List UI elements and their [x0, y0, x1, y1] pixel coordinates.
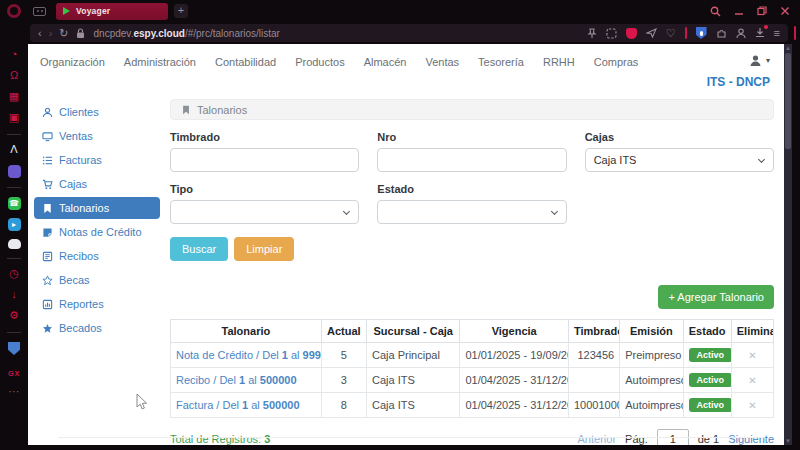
discord-icon[interactable]	[8, 239, 21, 249]
chevron-down-icon: ▾	[766, 56, 770, 65]
close-icon[interactable]	[780, 6, 790, 16]
agregar-talonario-button[interactable]: + Agregar Talonario	[658, 285, 774, 309]
reload-icon[interactable]: ↻	[59, 28, 68, 39]
sidebar-item-becas[interactable]: Becas	[34, 269, 160, 291]
star-outline-icon	[42, 275, 53, 286]
limpiar-button[interactable]: Limpiar	[234, 237, 294, 261]
nav-item-administracion[interactable]: Administración	[124, 56, 196, 89]
cajas-select[interactable]: Caja ITS	[585, 148, 774, 172]
nav-item-contabilidad[interactable]: Contabilidad	[215, 56, 276, 89]
sidebar-item-clientes[interactable]: Clientes	[34, 101, 160, 123]
nav-item-almacen[interactable]: Almacén	[364, 56, 407, 89]
col-timbrado: Timbrado	[568, 320, 619, 343]
menu-hamburger-icon[interactable]: ≡	[774, 28, 780, 39]
talonario-link[interactable]: Nota de Crédito / Del 1 al 999	[176, 349, 321, 361]
app-header: Organización Administración Contabilidad…	[28, 44, 784, 89]
settings-gear-icon[interactable]: ⚙	[9, 310, 19, 323]
downloads-tray-icon[interactable]: ↓	[11, 289, 17, 302]
maximize-icon[interactable]	[757, 6, 767, 16]
pin-icon[interactable]	[587, 28, 597, 39]
scrollbar-thumb[interactable]	[785, 53, 791, 149]
sidebar-item-becados[interactable]: Becados	[34, 317, 160, 339]
sidebar-item-notas-de-credito[interactable]: Notas de Crédito	[34, 221, 160, 243]
talonario-link[interactable]: Recibo / Del 1 al 500000	[176, 374, 297, 386]
telegram-icon[interactable]: ▸	[8, 218, 21, 231]
sidebar-item-ventas[interactable]: Ventas	[34, 125, 160, 147]
list-icon	[42, 155, 53, 166]
col-emision: Emisión	[620, 320, 683, 343]
gx-corner-icon[interactable]: ◔	[11, 49, 18, 62]
apps-grid-icon[interactable]: ▦	[9, 91, 19, 104]
anterior-link[interactable]: Anterior	[578, 433, 617, 445]
back-icon[interactable]: ‹	[38, 28, 42, 39]
nav-item-rrhh[interactable]: RRHH	[543, 56, 575, 89]
snapshot-icon[interactable]	[606, 28, 617, 39]
nav-item-organizacion[interactable]: Organización	[40, 56, 105, 89]
more-dots-icon[interactable]: ⋯	[9, 386, 20, 399]
sidebar-item-recibos[interactable]: Recibos	[34, 245, 160, 267]
cell-actual: 5	[321, 343, 366, 368]
history-clock-icon[interactable]: ◷	[9, 268, 19, 281]
nav-item-tesoreria[interactable]: Tesorería	[478, 56, 524, 89]
col-talonario: Talonario	[171, 320, 322, 343]
search-tabs-icon[interactable]	[710, 6, 721, 17]
address-bar[interactable]: ‹ › ↻ dncpdev.espy.cloud/#/prc/talonario…	[30, 24, 788, 42]
sidebar-item-reportes[interactable]: Reportes	[34, 293, 160, 315]
buscar-button[interactable]: Buscar	[170, 237, 228, 261]
cart-icon	[42, 179, 53, 190]
forward-icon[interactable]: ›	[49, 28, 53, 39]
favorites-heart-icon[interactable]: ♡	[666, 28, 676, 39]
cards-panel-icon[interactable]: ▣	[9, 112, 19, 125]
url-text[interactable]: dncpdev.espy.cloud/#/prc/talonarios/list…	[94, 28, 280, 39]
siguiente-link[interactable]: Siguiente	[728, 433, 774, 445]
gaming-app-icon[interactable]: Λ	[10, 144, 17, 157]
nav-item-compras[interactable]: Compras	[594, 56, 639, 89]
profile-icon[interactable]	[736, 28, 746, 39]
talonario-link[interactable]: Factura / Del 1 al 500000	[176, 399, 300, 411]
cell-sucursal: Caja Principal	[366, 343, 459, 368]
notifications-bell-icon[interactable]: Ω	[10, 70, 18, 83]
browser-tab-bar: Voyager +	[0, 0, 800, 22]
sidebar-item-label: Ventas	[59, 130, 93, 142]
opera-gx-menu-icon[interactable]	[7, 4, 21, 18]
estado-select[interactable]	[377, 200, 566, 224]
delete-icon[interactable]: ✕	[748, 400, 756, 411]
send-icon[interactable]	[646, 28, 657, 38]
sidebar-item-cajas[interactable]: Cajas	[34, 173, 160, 195]
cell-timbrado: 10001000	[568, 393, 619, 418]
timbrado-input[interactable]	[170, 148, 359, 172]
strip-divider	[7, 134, 21, 135]
scroll-down-icon[interactable]: ▼	[784, 437, 792, 445]
downloads-icon[interactable]	[755, 27, 765, 40]
new-tab-button[interactable]: +	[174, 4, 188, 18]
cell-emision: Autoimpreso	[620, 393, 683, 418]
tipo-select[interactable]	[170, 200, 359, 224]
chevron-down-icon	[343, 208, 350, 215]
scroll-up-icon[interactable]: ▲	[784, 44, 792, 52]
minimize-icon[interactable]	[734, 6, 744, 16]
sidebar-item-label: Facturas	[59, 154, 102, 166]
nav-item-productos[interactable]: Productos	[295, 56, 345, 89]
sidebar-item-talonarios[interactable]: Talonarios	[34, 197, 160, 219]
cell-timbrado	[568, 368, 619, 393]
messenger-app-icon[interactable]	[8, 165, 21, 178]
page-scrollbar[interactable]: ▲ ▼	[784, 44, 792, 445]
extension-shield-icon[interactable]	[696, 27, 707, 39]
tipo-label: Tipo	[170, 183, 359, 195]
sidebar-item-facturas[interactable]: Facturas	[34, 149, 160, 171]
whatsapp-icon[interactable]: ☎	[8, 197, 21, 210]
nro-input[interactable]	[377, 148, 566, 172]
user-menu[interactable]: ▾	[749, 54, 770, 67]
extension-icon[interactable]	[716, 28, 727, 39]
org-label: ITS - DNCP	[707, 75, 770, 89]
opera-gx-sidebar: ◔ Ω ▦ ▣ Λ ☎ ▸ ◷ ↓ ⚙ GX ⋯	[0, 22, 28, 450]
vpn-shield-icon[interactable]	[8, 342, 20, 355]
cell-emision: Autoimpreso	[620, 368, 683, 393]
delete-icon[interactable]: ✕	[748, 350, 756, 361]
gx-badge-icon[interactable]	[626, 28, 637, 39]
tab-preview-icon[interactable]	[33, 7, 46, 16]
delete-icon[interactable]: ✕	[748, 375, 756, 386]
register-icon	[42, 131, 53, 142]
browser-tab-voyager[interactable]: Voyager	[56, 3, 168, 20]
nav-item-ventas[interactable]: Ventas	[425, 56, 459, 89]
